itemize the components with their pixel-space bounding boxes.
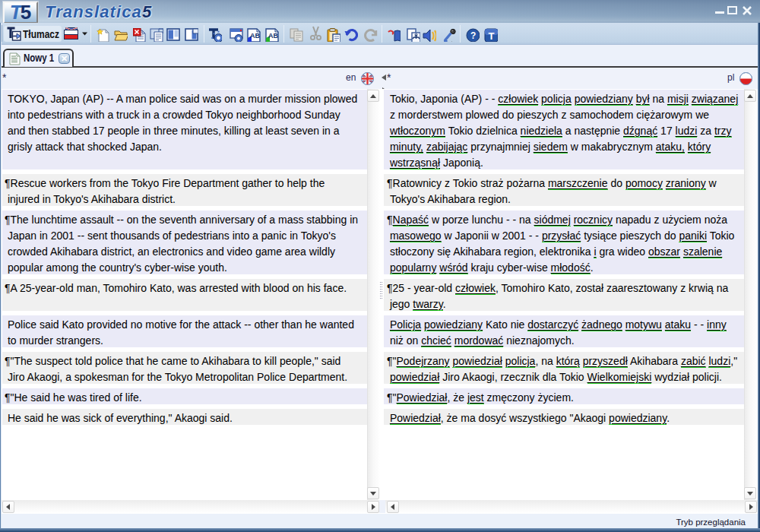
svg-text:AB: AB (250, 32, 260, 40)
svg-text:T: T (489, 30, 495, 42)
svg-text:?: ? (470, 30, 476, 41)
svg-text:AB: AB (268, 32, 278, 40)
